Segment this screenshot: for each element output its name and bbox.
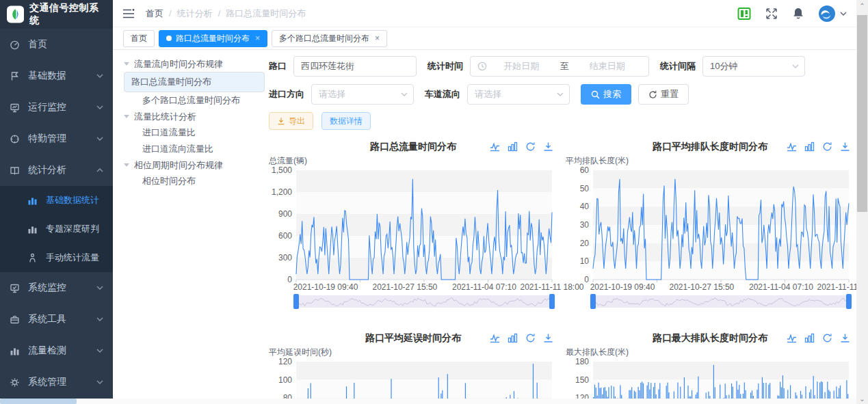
refresh-icon[interactable] (822, 142, 832, 152)
direction-select[interactable]: 请选择 (311, 84, 414, 105)
sidebar-item-statistics[interactable]: 统计分析 (0, 154, 113, 186)
refresh-icon[interactable] (822, 333, 832, 343)
bar-chart-max-queue[interactable]: 0306090120150180 (566, 358, 854, 404)
breadcrumb-home[interactable]: 首页 (146, 8, 163, 20)
chevron-down-icon (96, 349, 103, 353)
line-chart-toggle-icon[interactable] (490, 142, 500, 152)
junction-input[interactable] (293, 56, 417, 77)
line-chart-toggle-icon[interactable] (490, 333, 500, 343)
bar-chart-toggle-icon[interactable] (508, 333, 518, 343)
tree-item-multi-junction-flow[interactable]: 多个路口总流量时间分布 (124, 92, 265, 109)
datazoom-slider[interactable] (296, 295, 552, 308)
sidebar-item-home[interactable]: 首页 (0, 29, 113, 60)
interval-select[interactable]: 10分钟 (702, 56, 805, 77)
reset-button[interactable]: 重置 (638, 84, 689, 105)
tree-group-phase-cycle[interactable]: 相位周期时间分布规律 (124, 157, 265, 173)
bell-icon[interactable] (792, 7, 804, 21)
sidebar-item-label: 手动统计流量 (46, 252, 99, 264)
tree-item-phase-time[interactable]: 相位时间分布 (124, 173, 265, 189)
fullscreen-icon[interactable] (765, 7, 778, 21)
download-icon[interactable] (543, 333, 553, 343)
sidebar-item-basic-data-stats[interactable]: 基础数据统计 (0, 186, 113, 215)
close-icon[interactable]: × (255, 34, 260, 42)
download-icon[interactable] (840, 333, 850, 343)
sidebar-item-label: 系统监控 (28, 282, 66, 294)
date-range-picker[interactable]: 开始日期 至 结束日期 (470, 56, 649, 77)
scroll-down-arrow[interactable]: ⌄ (856, 393, 868, 404)
chevron-down-icon (96, 317, 103, 321)
junction-label: 路口 (269, 60, 287, 72)
refresh-icon[interactable] (525, 333, 536, 343)
sidebar-item-special-duty[interactable]: 特勤管理 (0, 123, 113, 154)
chart-toolbox (490, 333, 553, 343)
datazoom-handle-right[interactable] (549, 294, 555, 309)
bar-chart-avg-delay[interactable]: 020406080100120 (269, 358, 557, 404)
datazoom-handle-right[interactable] (846, 294, 852, 309)
time-label: 统计时间 (428, 60, 463, 72)
refresh-icon[interactable] (525, 142, 536, 152)
main-content: 流量流向时间分布规律 路口总流量时间分布 多个路口总流量时间分布 流量比统计分析… (113, 51, 856, 404)
svg-text:50: 50 (580, 184, 590, 193)
svg-text:40: 40 (580, 202, 590, 211)
sidebar-item-run-monitor[interactable]: 运行监控 (0, 92, 113, 123)
chevron-down-icon (401, 92, 408, 96)
horizontal-scrollbar[interactable] (0, 399, 856, 404)
filter-row-1: 路口 统计时间 开始日期 至 结束日期 统计间隔 10分钟 (269, 56, 854, 77)
target-icon (10, 134, 21, 144)
avatar (818, 5, 836, 23)
sidebar-item-label: 统计分析 (28, 164, 66, 176)
tree-item-approach-flow-ratio[interactable]: 进口道流量比 (124, 124, 265, 141)
sidebar-item-basic-data[interactable]: 基础数据 (0, 60, 113, 92)
download-icon[interactable] (840, 142, 850, 152)
datazoom-slider[interactable] (593, 295, 849, 308)
line-chart-avg-queue[interactable]: 01020304050602021-10-19 09:402021-10-27 … (566, 166, 854, 293)
bar-chart-toggle-icon[interactable] (508, 142, 518, 152)
datazoom-handle-left[interactable] (293, 294, 299, 309)
chevron-down-icon (840, 12, 847, 16)
active-dot (166, 36, 172, 41)
svg-text:120: 120 (278, 357, 292, 366)
tab-multi-junction-flow[interactable]: 多个路口总流量时间分布 × (272, 30, 387, 47)
screen-icon (10, 283, 21, 293)
line-chart-toggle-icon[interactable] (787, 333, 797, 343)
line-chart-total-flow[interactable]: 03006009001,2001,5002021-10-19 09:402021… (269, 166, 557, 293)
tab-home[interactable]: 首页 (123, 30, 155, 47)
close-icon[interactable]: × (375, 34, 380, 42)
tree-group-flow-time[interactable]: 流量流向时间分布规律 (124, 56, 265, 72)
search-button[interactable]: 搜索 (581, 84, 631, 105)
data-detail-button[interactable]: 数据详情 (321, 112, 371, 130)
tab-junction-flow[interactable]: 路口总流量时间分布 × (159, 30, 267, 47)
tree-item-junction-flow[interactable]: 路口总流量时间分布 (124, 72, 265, 92)
svg-text:180: 180 (575, 357, 589, 366)
download-icon[interactable] (543, 142, 553, 152)
collapse-menu-icon[interactable] (122, 8, 135, 19)
sidebar-item-system-tools[interactable]: 系统工具 (0, 304, 113, 335)
sidebar-item-system-admin[interactable]: 系统管理 (0, 366, 113, 398)
signal-status-icon[interactable] (737, 7, 751, 21)
breadcrumb-statistics[interactable]: 统计分析 (177, 8, 213, 20)
bar-chart-toggle-icon[interactable] (804, 142, 815, 152)
tree-item-label: 多个路口总流量时间分布 (142, 94, 240, 107)
line-chart-toggle-icon[interactable] (787, 142, 797, 152)
datazoom-preview (593, 295, 849, 308)
svg-text:2021-10-19 09:40: 2021-10-19 09:40 (293, 282, 358, 292)
datazoom-handle-left[interactable] (590, 294, 596, 309)
sidebar-item-deep-research[interactable]: 专题深度研判 (0, 215, 113, 243)
direction-label: 进口方向 (269, 88, 304, 100)
scroll-up-arrow[interactable]: ⌃ (856, 0, 868, 11)
horizontal-scrollbar-thumb[interactable] (0, 399, 77, 404)
bar-chart-icon (10, 346, 21, 356)
download-icon (277, 117, 285, 125)
user-menu[interactable] (818, 5, 847, 23)
sidebar-item-flow-detect[interactable]: 流量检测 (0, 335, 113, 366)
tree-group-flow-ratio[interactable]: 流量比统计分析 (124, 109, 265, 124)
lane-select[interactable]: 请选择 (467, 84, 570, 105)
bar-chart-toggle-icon[interactable] (804, 333, 815, 343)
svg-text:100: 100 (278, 375, 292, 385)
vertical-scrollbar-thumb[interactable] (857, 15, 867, 212)
sidebar-item-system-monitor[interactable]: 系统监控 (0, 272, 113, 304)
export-button[interactable]: 导出 (269, 112, 313, 130)
tree-item-approach-direction-ratio[interactable]: 进口道流向流量比 (124, 141, 265, 157)
vertical-scrollbar[interactable]: ⌃ ⌄ (856, 0, 868, 404)
sidebar-item-manual-count[interactable]: 手动统计流量 (0, 243, 113, 272)
